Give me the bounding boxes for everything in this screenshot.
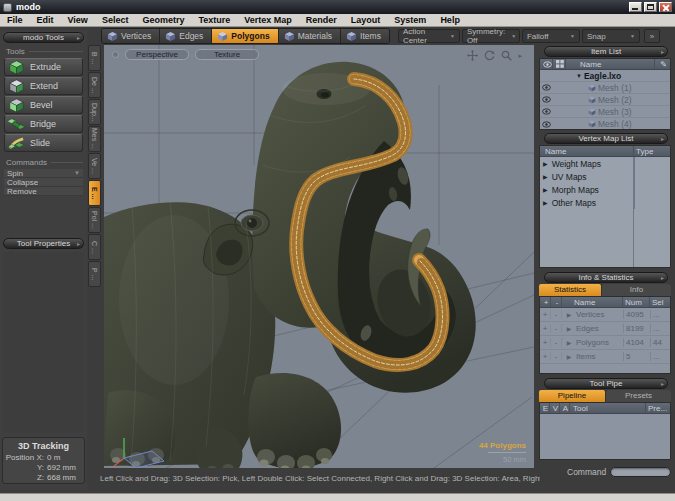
collapse-minus-button[interactable]: -	[551, 310, 562, 319]
zoom-icon[interactable]	[501, 50, 512, 61]
extend-tool-button[interactable]: Extend	[4, 77, 83, 95]
collapse-minus-button[interactable]: -	[551, 324, 562, 333]
expand-arrow-icon[interactable]: ▶	[543, 173, 548, 180]
expand-arrow-icon[interactable]: ▶	[562, 325, 576, 332]
hippo-model-scene[interactable]	[104, 45, 534, 468]
menu-geometry[interactable]: Geometry	[135, 15, 191, 25]
bridge-tool-button[interactable]: Bridge	[4, 115, 83, 133]
tab-deform[interactable]: De ...	[88, 72, 101, 98]
tab-polygon[interactable]: Pol ...	[88, 207, 101, 233]
expand-plus-button[interactable]: +	[540, 310, 551, 319]
tab-basic[interactable]: B ...	[88, 45, 101, 71]
close-button[interactable]	[659, 2, 672, 12]
lock-column-icon[interactable]: ✎	[655, 59, 670, 69]
bevel-tool-button[interactable]: Bevel	[4, 96, 83, 114]
expand-plus-button[interactable]: +	[540, 352, 551, 361]
eye-icon[interactable]	[540, 108, 553, 115]
maximize-button[interactable]	[644, 2, 657, 12]
item-row-mesh[interactable]: Mesh (2)	[540, 94, 670, 106]
name-column-header[interactable]: Name	[566, 59, 655, 69]
eye-icon[interactable]	[540, 96, 553, 103]
item-row-mesh[interactable]: Mesh (1)	[540, 82, 670, 94]
viewport-3d[interactable]: Perspective Texture ▸	[104, 45, 534, 468]
expand-arrow-icon[interactable]: ▶	[543, 199, 548, 206]
vertex-map-row[interactable]: ▶ UV Maps	[540, 170, 670, 183]
expand-arrow-icon[interactable]: ▶	[562, 339, 576, 346]
stat-row-polygons[interactable]: + - ▶ Polygons 4104 44	[540, 336, 670, 350]
stat-row-edges[interactable]: + - ▶ Edges 8199 ...	[540, 322, 670, 336]
menu-vertex-map[interactable]: Vertex Map	[237, 15, 299, 25]
mode-vertices-button[interactable]: Vertices	[102, 29, 160, 43]
expand-arrow-icon[interactable]: ▶	[562, 353, 576, 360]
menu-select[interactable]: Select	[95, 15, 136, 25]
tab-paint[interactable]: P ...	[88, 261, 101, 287]
expand-arrow-icon[interactable]: ▶	[562, 311, 576, 318]
slide-tool-button[interactable]: Slide	[4, 134, 83, 152]
collapse-minus-button[interactable]: -	[551, 338, 562, 347]
name-column-header[interactable]: Name	[540, 146, 634, 156]
modo-tools-header[interactable]: modo Tools ▸	[3, 32, 84, 43]
tool-properties-header[interactable]: Tool Properties ▸	[3, 238, 84, 249]
tab-duplicate[interactable]: Dup...	[88, 99, 101, 125]
item-row-mesh[interactable]: Mesh (3)	[540, 106, 670, 118]
mode-polygons-button[interactable]: Polygons	[212, 29, 278, 43]
minimize-button[interactable]	[629, 2, 642, 12]
collapse-minus-button[interactable]: -	[551, 352, 562, 361]
tab-texture[interactable]: Texture	[195, 49, 259, 60]
extrude-tool-button[interactable]: Extrude	[4, 58, 83, 76]
menu-help[interactable]: Help	[433, 15, 467, 25]
menu-file[interactable]: File	[0, 15, 30, 25]
menu-edit[interactable]: Edit	[30, 15, 61, 25]
tool-pipe-header[interactable]: Tool Pipe ▸	[544, 378, 668, 389]
tab-vertex[interactable]: Ve ...	[88, 153, 101, 179]
title-bar[interactable]: modo	[0, 0, 675, 14]
tab-curves[interactable]: C ...	[88, 234, 101, 260]
command-input[interactable]	[610, 467, 671, 477]
mode-materials-button[interactable]: Materials	[279, 29, 341, 43]
menu-render[interactable]: Render	[299, 15, 344, 25]
menu-texture[interactable]: Texture	[191, 15, 237, 25]
tab-edge[interactable]: E ...	[88, 180, 101, 206]
viewport-menu-circle[interactable]	[112, 51, 119, 58]
flyout-arrow-icon[interactable]: ▸	[518, 52, 522, 60]
expand-arrow-icon[interactable]: ▼	[576, 73, 582, 79]
falloff-dropdown[interactable]: Falloff ▼	[522, 29, 580, 43]
menu-system[interactable]: System	[387, 15, 433, 25]
item-type-column-icon[interactable]	[553, 59, 566, 69]
pan-icon[interactable]	[467, 50, 478, 61]
expand-plus-button[interactable]: +	[540, 338, 551, 347]
tab-mesh-edit[interactable]: Mes ...	[88, 126, 101, 152]
action-center-dropdown[interactable]: Action Center ▼	[398, 29, 460, 43]
expand-arrow-icon[interactable]: ▶	[543, 160, 548, 167]
snap-dropdown[interactable]: Snap ▼	[582, 29, 640, 43]
symmetry-dropdown[interactable]: Symmetry: Off ▼	[462, 29, 520, 43]
info-statistics-header[interactable]: Info & Statistics ▸	[544, 272, 668, 283]
menu-view[interactable]: View	[61, 15, 95, 25]
menu-layout[interactable]: Layout	[344, 15, 388, 25]
toolbar-overflow-button[interactable]: »	[644, 29, 660, 43]
stat-row-vertices[interactable]: + - ▶ Vertices 4095 ...	[540, 308, 670, 322]
vertex-map-row[interactable]: ▶ Morph Maps	[540, 183, 670, 196]
item-row-mesh[interactable]: Mesh (4)	[540, 118, 670, 130]
mode-items-button[interactable]: Items	[341, 29, 389, 43]
hippo-model[interactable]	[104, 62, 476, 468]
tab-info[interactable]: Info	[602, 284, 671, 296]
stat-row-items[interactable]: + - ▶ Items 5 ...	[540, 350, 670, 364]
tab-pipeline[interactable]: Pipeline	[539, 390, 605, 402]
eye-icon[interactable]	[540, 84, 553, 91]
mode-edges-button[interactable]: Edges	[160, 29, 212, 43]
vertex-map-row[interactable]: ▶ Weight Maps	[540, 157, 670, 170]
remove-command[interactable]: Remove	[4, 187, 83, 196]
expand-plus-button[interactable]: +	[540, 324, 551, 333]
vertex-map-list-header[interactable]: Vertex Map List ▸	[544, 133, 668, 144]
item-row-root[interactable]: ▼ Eagle.lxo	[540, 70, 670, 82]
type-column-header[interactable]: Type	[634, 146, 670, 156]
tab-presets[interactable]: Presets	[606, 390, 671, 402]
eye-icon[interactable]	[540, 121, 553, 128]
expand-arrow-icon[interactable]: ▶	[543, 186, 548, 193]
orbit-icon[interactable]	[484, 50, 495, 61]
tab-perspective[interactable]: Perspective	[125, 49, 189, 60]
item-list-header[interactable]: Item List ▸	[544, 46, 668, 57]
vertex-map-row[interactable]: ▶ Other Maps	[540, 196, 670, 209]
visibility-column-icon[interactable]	[540, 59, 553, 69]
